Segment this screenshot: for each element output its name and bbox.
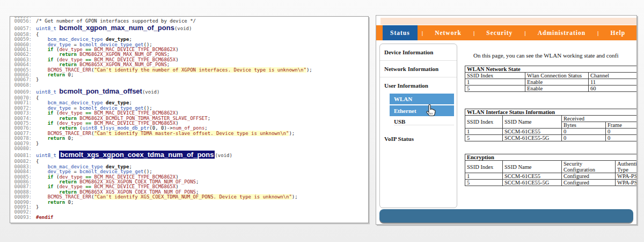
code-line: 00066: return 0; [12, 72, 368, 77]
sidebar-item-usb[interactable]: USB [394, 118, 454, 125]
code-token: (void) [215, 153, 232, 158]
code-token: "Can't identify the number of XGPON inte… [94, 67, 306, 73]
code-line: 00091:} [12, 204, 368, 209]
table-cell: WPA-PSK/W [616, 180, 637, 186]
code-editor-pane: 00055:00056:/* Get number of GPON interf… [10, 16, 369, 223]
sidebar-item-network-information[interactable]: Network Information [380, 61, 457, 77]
router-admin-pane: Status|Network|Security|Administration|H… [376, 15, 637, 225]
code-line: 00073: if (dev_type == BCM_MAC_DEVICE_TY… [12, 110, 368, 115]
code-token: return [48, 72, 65, 77]
code-token: "Can't identify XGS_COEX_TDMA_NUM_OF_PON… [94, 194, 291, 200]
tab-status[interactable]: Status [383, 25, 418, 40]
table-cell: 11 [589, 79, 637, 86]
code-token: ); [306, 67, 312, 73]
column-header: Wlan Connection Status [525, 73, 589, 79]
tab-help[interactable]: Help [603, 25, 633, 40]
code-line: 00065: BCMOS_TRACE_ERR("Can't identify t… [12, 67, 368, 72]
table-cell: 1 [465, 173, 503, 180]
code-token: (void) [142, 89, 160, 95]
table-cell: 0 [606, 129, 637, 135]
code-line: 00085: if (dev_type == BCM_MAC_DEVICE_TY… [12, 174, 368, 179]
tab-security[interactable]: Security [479, 25, 520, 40]
table-cell: SCCM-61CE55-5G [503, 180, 562, 186]
footer-bar [379, 209, 633, 223]
table-cell: 5 [465, 180, 503, 186]
code-listing: 00055:00056:/* Get number of GPON interf… [10, 16, 368, 219]
table-title: WLAN Interface Status Information [465, 109, 637, 116]
code-line: 00072: dev_type = bcmolt_device_type_get… [12, 105, 368, 110]
tab-administration[interactable]: Administration [530, 25, 593, 40]
code-line: 00093:#endif [12, 215, 368, 219]
code-token: } [36, 141, 39, 146]
desktop: 00055:00056:/* Get number of GPON interf… [0, 0, 644, 242]
table-cell: 1 [465, 79, 525, 86]
code-token[interactable]: sys_mode_db_ptr [106, 125, 149, 131]
sidebar-item-voip-status[interactable]: VoIP Status [380, 131, 457, 147]
tab-network[interactable]: Network [427, 25, 469, 40]
sidebar-item-user-information[interactable]: User Information [380, 77, 457, 94]
code-token: 0; [65, 136, 74, 141]
code-token: return [48, 136, 65, 141]
table-title: Encryption [465, 154, 637, 161]
code-token: ; [208, 116, 210, 121]
code-line: 00057:uint8_t bcmolt_xgpon_max_num_of_po… [12, 24, 368, 32]
table-row: 5SCCM-61CE55-5GConfiguredWPA-PSK/W [465, 180, 637, 186]
column-header: Frame [606, 122, 637, 129]
table-cell: Enable [525, 86, 589, 92]
sidebar-item-ethernet[interactable]: Ethernet [390, 105, 454, 116]
code-line: 00078: return 0; [12, 136, 368, 140]
code-token: num_of_pons [173, 125, 205, 131]
code-token: uint8_t [36, 26, 59, 31]
function-name[interactable]: bcmolt_xgs_xgpon_coex_tdma_num_of_pons [59, 151, 215, 159]
column-header: Bytes [562, 122, 606, 129]
table-cell: 60 [589, 86, 637, 92]
table-title: WLAN Network State [465, 66, 637, 73]
table-cell: WPA-PSK/W [616, 173, 637, 180]
code-line: 00077: BCMOS_TRACE_ERR("Can't identify T… [12, 131, 368, 136]
code-line: 00070:{ [12, 95, 368, 100]
code-token: 0; [65, 200, 74, 205]
wlan-interface-status-table: WLAN Interface Status Information SSID I… [465, 109, 636, 141]
code-line: 00082:{ [12, 159, 368, 163]
code-token: } [36, 204, 39, 210]
code-token: (0, 0)-> [149, 125, 172, 131]
sidebar-item-device-information[interactable]: Device Information [380, 44, 457, 61]
table-cell: Enable [525, 79, 589, 86]
code-line: 00074: return BCM6862X_BCMOLT_PON_TDMA_M… [12, 116, 368, 120]
code-line: 00069:uint8_t bcmolt_pon_tdma_offset(voi… [12, 87, 368, 95]
table-cell: 5 [465, 135, 503, 141]
header-strip [380, 18, 636, 25]
table-cell: 5 [465, 86, 525, 92]
code-token: 0; [65, 72, 74, 77]
line-number: 00093: [12, 215, 32, 220]
function-name[interactable]: bcmolt_xgpon_max_num_of_pons [59, 24, 174, 32]
code-token: uint8_t [36, 153, 59, 158]
code-line: 00080: [12, 146, 368, 151]
column-header: SSID Name [503, 116, 562, 129]
code-token: ; [196, 179, 199, 184]
table-cell: 0 [562, 135, 606, 141]
table-cell: SCCM-61CE55 [503, 129, 562, 135]
code-token: } [36, 77, 39, 82]
column-header-group: Received [562, 116, 637, 122]
sidebar-item-wlan[interactable]: WLAN [390, 94, 454, 104]
code-line: 00087: if (dev_type == BCM_MAC_DEVICE_TY… [12, 184, 368, 189]
code-line: 00083: bcm_mac_device_type dev_type; [12, 164, 368, 169]
column-header: Authentic Type [616, 161, 637, 173]
tab-separator: | [520, 25, 530, 40]
page-description: On this page, you can see the WLAN worki… [465, 52, 636, 59]
code-token: ); [292, 194, 298, 200]
table-cell: Configured [562, 180, 616, 186]
column-header: SSID Index [465, 116, 503, 129]
code-token: "Can't identify TDMA master-slave offset… [94, 131, 289, 136]
code-line: 00071: bcm_mac_device_type dev_type; [12, 100, 368, 105]
code-token: uint8_t [36, 89, 59, 95]
tab-separator: | [418, 25, 427, 40]
table-row: 5Enable60 [465, 86, 637, 92]
code-line: 00090: return 0; [12, 200, 368, 204]
code-line: 00064: return BCM6865X_XGPON_MAX_NUM_OF_… [12, 62, 368, 67]
tab-separator: | [469, 25, 479, 40]
function-name[interactable]: bcmolt_pon_tdma_offset [59, 87, 142, 95]
code-line: 00084: dev_type = bcmolt_device_type_get… [12, 169, 368, 174]
code-token: ); [289, 131, 295, 136]
